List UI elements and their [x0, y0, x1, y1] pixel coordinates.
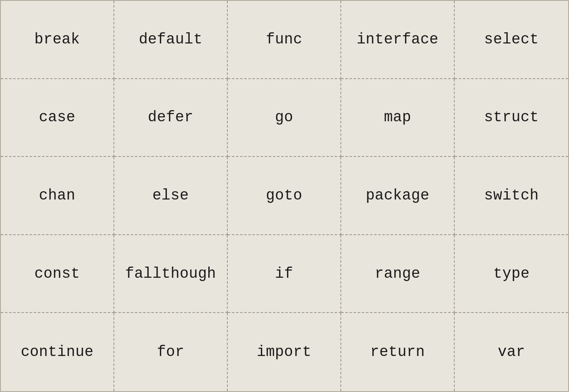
grid-cell-return: return	[341, 313, 455, 391]
keyword-package: package	[366, 187, 429, 204]
grid-cell-default: default	[114, 1, 228, 79]
keyword-switch: switch	[484, 187, 539, 204]
keyword-map: map	[384, 109, 411, 126]
grid-cell-const: const	[1, 235, 114, 313]
grid-cell-range: range	[341, 235, 455, 313]
grid-cell-case: case	[1, 79, 114, 157]
keyword-continue: continue	[21, 344, 94, 361]
keyword-func: func	[266, 31, 302, 48]
keyword-var: var	[498, 344, 525, 361]
grid-cell-interface: interface	[341, 1, 455, 79]
grid-cell-break: break	[1, 1, 114, 79]
grid-cell-import: import	[228, 313, 341, 391]
grid-cell-fallthough: fallthough	[114, 235, 228, 313]
keyword-if: if	[275, 265, 293, 282]
grid-cell-var: var	[455, 313, 568, 391]
grid-cell-goto: goto	[228, 157, 341, 235]
keyword-range: range	[375, 265, 420, 282]
grid-cell-type: type	[455, 235, 568, 313]
keyword-else: else	[152, 187, 189, 204]
keyword-interface: interface	[357, 31, 439, 48]
grid-cell-defer: defer	[114, 79, 228, 157]
keyword-const: const	[34, 265, 80, 282]
keyword-type: type	[493, 265, 530, 282]
grid-cell-func: func	[228, 1, 341, 79]
grid-cell-package: package	[341, 157, 455, 235]
keyword-goto: goto	[266, 187, 302, 204]
keyword-return: return	[370, 344, 425, 361]
grid-cell-for: for	[114, 313, 228, 391]
grid-cell-go: go	[228, 79, 341, 157]
grid-cell-continue: continue	[1, 313, 114, 391]
keyword-import: import	[257, 344, 311, 361]
keyword-case: case	[39, 109, 75, 126]
keyword-select: select	[484, 31, 539, 48]
keyword-for: for	[157, 344, 184, 361]
grid-cell-if: if	[228, 235, 341, 313]
grid-cell-else: else	[114, 157, 228, 235]
grid-cell-select: select	[455, 1, 568, 79]
grid-cell-map: map	[341, 79, 455, 157]
grid-cell-chan: chan	[1, 157, 114, 235]
keyword-fallthough: fallthough	[125, 265, 216, 282]
keyword-struct: struct	[484, 109, 539, 126]
keyword-defer: defer	[148, 109, 193, 126]
keyword-default: default	[139, 31, 203, 48]
keyword-chan: chan	[39, 187, 75, 204]
keyword-go: go	[275, 109, 293, 126]
grid-cell-struct: struct	[455, 79, 568, 157]
grid-cell-switch: switch	[455, 157, 568, 235]
keyword-break: break	[34, 31, 80, 48]
keywords-grid: breakdefaultfuncinterfaceselectcasedefer…	[0, 0, 569, 392]
